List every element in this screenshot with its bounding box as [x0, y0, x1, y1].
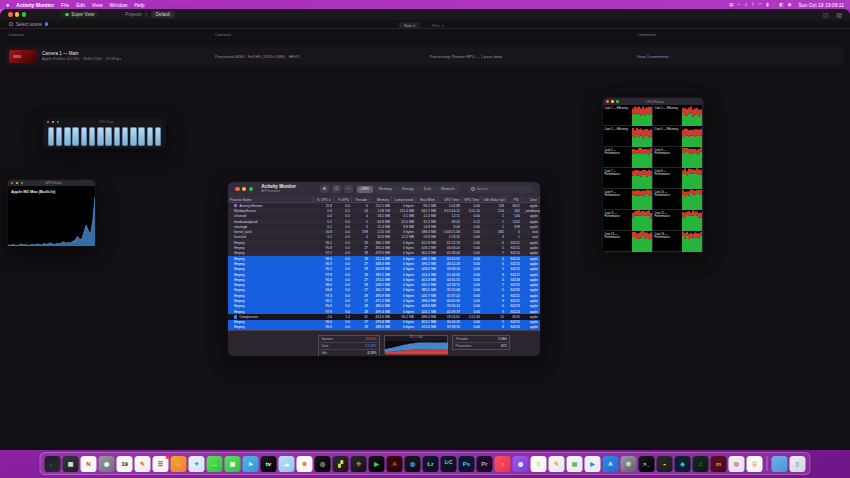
- dock-icon-adobe-cc[interactable]: A: [387, 456, 403, 472]
- sort-button[interactable]: Sort ∨: [399, 22, 420, 29]
- column-header-user[interactable]: User: [522, 196, 540, 202]
- close-button[interactable]: [11, 182, 13, 184]
- dock-icon-halide[interactable]: ◎: [315, 456, 331, 472]
- column-header-comments[interactable]: Comments: [637, 32, 656, 37]
- dock-icon-pages[interactable]: ✎: [549, 456, 565, 472]
- process-row[interactable]: ffmpeg97.30.028495.9 MB0 bytes420.7 MB41…: [228, 293, 540, 298]
- bluetooth-icon[interactable]: ᛒ: [751, 2, 754, 7]
- menu-app-name[interactable]: Activity Monitor: [16, 2, 54, 8]
- process-row[interactable]: Compressor2.61.431824.6 MB96.2 MB688.4 M…: [228, 314, 540, 319]
- process-row[interactable]: WindowServer9.46.2241.08 GB112.4 MB642.1…: [228, 208, 540, 213]
- dock-icon-telegram[interactable]: ➤: [243, 456, 259, 472]
- menu-item-window[interactable]: Window: [110, 2, 128, 8]
- process-row[interactable]: chronod0.40.0418.2 MB4.1 MB12.4 MB12.110…: [228, 214, 540, 219]
- dock-icon-photos[interactable]: ❀: [297, 456, 313, 472]
- column-header-cpu[interactable]: % CPU ∨: [314, 196, 334, 202]
- dock-icon-keynote[interactable]: ▶: [585, 456, 601, 472]
- dock-icon-facetime[interactable]: ▣: [225, 456, 241, 472]
- process-row[interactable]: ffmpeg94.80.027461.7 MB0 bytes389.5 MB39…: [228, 288, 540, 293]
- traffic-lights[interactable]: [8, 12, 26, 17]
- camera-thumbnail[interactable]: [9, 50, 37, 63]
- dock-icon-frame-io[interactable]: ◍: [405, 456, 421, 472]
- dock-icon-podcasts[interactable]: ◍: [513, 456, 529, 472]
- column-header-cmp[interactable]: Compressed: [392, 196, 416, 202]
- column-header-rmem[interactable]: Real Mem: [416, 196, 438, 202]
- dock-icon-app-store[interactable]: A: [603, 456, 619, 472]
- dock-icon-davinci-resolve[interactable]: ✣: [351, 456, 367, 472]
- process-row[interactable]: ffmpeg96.10.027471.2 MB0 bytes398.4 MB40…: [228, 298, 540, 303]
- filter-button[interactable]: Filter ∨: [426, 22, 449, 29]
- process-row[interactable]: ffmpeg96.40.027474.5 MB0 bytes401.8 MB40…: [228, 277, 540, 282]
- dock-icon-photoshop[interactable]: Ps: [459, 456, 475, 472]
- dock-icon-home[interactable]: ⌂: [171, 456, 187, 472]
- dock-icon-lightroom[interactable]: Lr: [423, 456, 439, 472]
- dock-icon-player[interactable]: ▶: [369, 456, 385, 472]
- column-header-process-name[interactable]: Process Name: [228, 196, 314, 202]
- dock-icon-trash[interactable]: ▯: [790, 456, 806, 472]
- minimize-button[interactable]: [611, 100, 614, 103]
- process-row[interactable]: ffmpeg96.20.028486.2 MB0 bytes412.8 MB41…: [228, 240, 540, 245]
- dock-icon-reminders[interactable]: ☰: [153, 456, 169, 472]
- dock-icon-terminal[interactable]: >_: [639, 456, 655, 472]
- column-header-gpu[interactable]: % GPU: [334, 196, 352, 202]
- process-row[interactable]: ffmpeg98.00.028508.2 MB0 bytes431.9 MB42…: [228, 282, 540, 287]
- dock-icon-weather[interactable]: ☁: [279, 456, 295, 472]
- dock-icon-news[interactable]: N: [81, 456, 97, 472]
- cpu-usage-window[interactable]: CPU Usage: [44, 119, 165, 148]
- dock-icon-calendar[interactable]: 19: [117, 456, 133, 472]
- select-scene-control[interactable]: Select scene: [9, 22, 48, 27]
- checkbox-icon[interactable]: [9, 22, 13, 26]
- music-icon[interactable]: ♫: [744, 2, 747, 7]
- process-row[interactable]: ffmpeg97.10.028478.9 MB0 bytes402.4 MB41…: [228, 251, 540, 256]
- close-button[interactable]: [8, 12, 13, 17]
- display-icon[interactable]: ▤: [729, 2, 733, 7]
- search-field[interactable]: [468, 185, 532, 193]
- camera-row[interactable]: Camera 1 — Main Apple ProRes 422 HQ · 38…: [6, 47, 844, 65]
- cpu-history-titlebar[interactable]: CPU History: [603, 98, 703, 105]
- dock-icon-garageband[interactable]: ♩: [45, 456, 61, 472]
- activity-monitor-titlebar[interactable]: Activity Monitor All Processes ⊗ⓘ⋯ CPUMe…: [228, 182, 540, 196]
- keyboard-brightness-icon[interactable]: ⌁: [737, 2, 740, 7]
- menu-bar-clock[interactable]: Sun Oct 19 19:09:11: [799, 2, 845, 8]
- column-header-gt[interactable]: GPU Time: [462, 196, 482, 202]
- camera-comments-link[interactable]: View 3 comments: [637, 54, 669, 59]
- dock-icon-lightroom-classic[interactable]: LrC: [441, 456, 457, 472]
- close-button[interactable]: [235, 187, 240, 192]
- dock-icon-premiere[interactable]: Pr: [477, 456, 493, 472]
- info-icon[interactable]: [45, 22, 49, 26]
- menu-item-file[interactable]: File: [61, 2, 69, 8]
- inspect-process-icon[interactable]: ⓘ: [332, 185, 341, 193]
- process-row[interactable]: sharingd0.10.0321.4 MB8.8 MB14.6 MB8.440…: [228, 224, 540, 229]
- breadcrumb-current[interactable]: Default: [151, 11, 175, 18]
- process-row[interactable]: ffmpeg98.40.028512.6 MB0 bytes436.1 MB42…: [228, 256, 540, 261]
- dock-icon-messages[interactable]: …: [207, 456, 223, 472]
- dock-icon-shortcuts[interactable]: ⧉: [729, 456, 745, 472]
- quit-process-icon[interactable]: ⊗: [320, 185, 329, 193]
- menu-item-view[interactable]: View: [92, 2, 103, 8]
- column-header-th[interactable]: Threads: [352, 196, 370, 202]
- dock-icon-numbers[interactable]: ▤: [567, 456, 583, 472]
- process-row[interactable]: ffmpeg96.60.027476.8 MB0 bytes403.2 MB40…: [228, 320, 540, 325]
- dock-icon-downloads-folder[interactable]: [772, 456, 788, 472]
- dock-icon-launchpad[interactable]: ▦: [63, 456, 79, 472]
- dock-icon-contacts[interactable]: ◉: [99, 456, 115, 472]
- menu-item-edit[interactable]: Edit: [76, 2, 85, 8]
- process-row[interactable]: Activity Monitor11.80.06212.1 MB0 bytes9…: [228, 203, 540, 208]
- minimize-button[interactable]: [52, 121, 54, 123]
- process-row[interactable]: ffmpeg97.90.028499.4 MB0 bytes424.1 MB42…: [228, 309, 540, 314]
- tab-energy[interactable]: Energy: [398, 186, 418, 193]
- cpu-history-window[interactable]: CPU History Core 1 — EfficiencyCore 2 — …: [603, 98, 703, 252]
- more-options-icon[interactable]: ⋯: [344, 185, 353, 193]
- process-row[interactable]: ffmpeg95.80.027492.4 MB0 bytes418.2 MB40…: [228, 245, 540, 250]
- dock-icon-safari[interactable]: ✦: [189, 456, 205, 472]
- control-center-icon[interactable]: ◧: [779, 2, 783, 7]
- tab-network[interactable]: Network: [437, 186, 459, 193]
- gpu-history-window[interactable]: GPU History Apple M3 Max (Built-In): [8, 180, 95, 246]
- process-row[interactable]: ffmpeg95.20.028503.8 MB0 bytes428.6 MB39…: [228, 267, 540, 272]
- process-row[interactable]: mediaanalysisd0.20.0564.8 MB22.0 MB41.2 …: [228, 219, 540, 224]
- apple-menu-icon[interactable]: ●: [6, 2, 9, 8]
- zoom-button[interactable]: [249, 187, 254, 192]
- minimize-button[interactable]: [16, 182, 18, 184]
- dock-icon-music[interactable]: ♪: [495, 456, 511, 472]
- dock-icon-final-cut-pro[interactable]: ▞: [333, 456, 349, 472]
